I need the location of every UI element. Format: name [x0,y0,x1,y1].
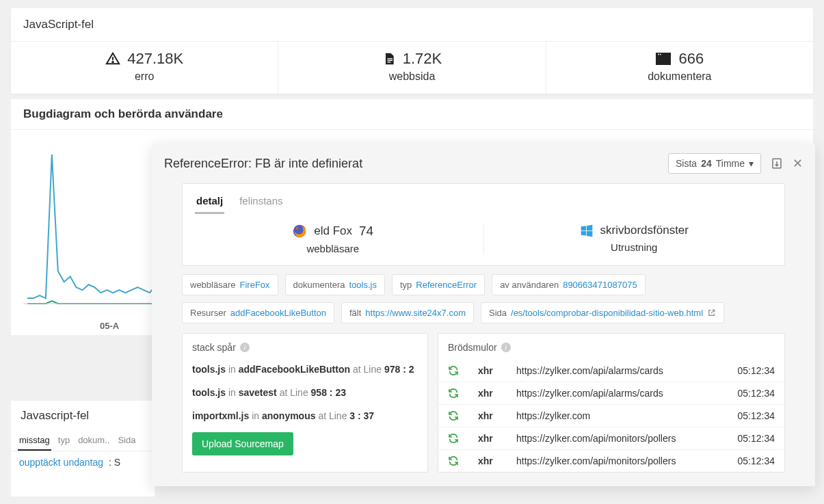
crumb-url: https://zylker.com/api/alarms/cards [516,388,738,399]
stat-label: erro [11,70,278,83]
browser-device-row: eld Fox 74 webbläsare skrivbordsfönster … [183,214,784,265]
error-link[interactable]: oupptäckt undantag [19,457,103,468]
browser-name: eld Fox [314,224,352,238]
tab-detalj[interactable]: detalj [195,191,224,214]
svg-rect-3 [387,60,393,61]
crumb-url: https://zylker.com/api/monitors/pollers [516,433,738,444]
svg-point-7 [659,54,660,55]
stat-document: 666 dokumentera [546,42,813,94]
stat-value: 1.72K [403,50,442,68]
stat-value: 666 [678,50,704,68]
info-icon[interactable]: i [240,343,250,352]
stat-label: dokumentera [546,70,813,83]
line-chart [23,137,160,321]
tab-typ[interactable]: typ [57,431,71,451]
refresh-icon [448,455,459,466]
breadcrumb-row[interactable]: xhrhttps://zylker.com/api/monitors/polle… [438,427,784,449]
svg-rect-2 [387,58,393,59]
crumb-type: xhr [478,455,516,466]
document-icon [382,51,396,66]
close-icon[interactable]: ✕ [793,156,803,171]
info-icon[interactable]: i [501,343,511,352]
external-link-icon [707,308,716,317]
crumb-type: xhr [478,433,516,444]
refresh-icon [448,388,459,399]
crumb-url: https://zylker.com [516,410,738,421]
tab-misstag[interactable]: misstag [18,431,51,451]
time-value: 24 [701,158,712,169]
bottom-left-panel: Javascript-fel misstag typ dokum.. Sida … [11,401,155,496]
breadcrumb-row[interactable]: xhrhttps://zylker.com05:12:34 [438,404,784,427]
crumb-time: 05:12:34 [738,365,775,376]
section-title: Bugdiagram och berörda användare [11,99,813,130]
stack-title: stack spår i [192,342,418,353]
stat-value: 427.18K [127,50,183,68]
firefox-icon [292,224,307,239]
browser-col: eld Fox 74 webbläsare [183,224,484,254]
chip-browser[interactable]: webbläsareFireFox [182,274,278,295]
refresh-icon [448,365,459,376]
pdf-export-icon[interactable] [771,157,783,170]
svg-point-8 [661,54,662,55]
bottom-left-tabs: misstag typ dokum.. Sida [11,431,155,451]
chip-type[interactable]: typReferenceError [392,274,485,295]
time-prefix: Sista [676,158,697,169]
device-label: Utrustning [484,241,785,253]
stack-trace-panel: stack spår i tools.js in addFacebookLike… [182,333,428,473]
breadcrumbs-panel: Brödsmulor i xhrhttps://zylker.com/api/a… [438,333,785,473]
crumb-url: https://zylker.com/api/monitors/pollers [516,455,738,466]
chevron-down-icon: ▾ [749,158,754,169]
modal-header: ReferenceError: FB är inte definierat Si… [152,144,815,183]
tab-sida[interactable]: Sida [116,431,137,451]
time-range-select[interactable]: Sista 24 Timme ▾ [668,153,761,174]
crumbs-title: Brödsmulor i [438,334,784,353]
refresh-icon [448,410,459,421]
lower-panels: stack spår i tools.js in addFacebookLike… [182,333,785,473]
crumb-time: 05:12:34 [738,433,775,444]
tab-felinstans[interactable]: felinstans [238,191,284,214]
breadcrumb-row[interactable]: xhrhttps://zylker.com/api/alarms/cards05… [438,360,784,382]
refresh-icon [448,433,459,444]
svg-rect-4 [387,62,390,62]
page-title: JavaScript-fel [11,8,813,42]
chip-domain[interactable]: fälthttps://www.site24x7.com [341,302,474,323]
browser-version: 74 [359,224,373,239]
breadcrumb-row[interactable]: xhrhttps://zylker.com/api/monitors/polle… [438,449,784,472]
crumb-time: 05:12:34 [738,388,775,399]
crumb-time: 05:12:34 [738,410,775,421]
device-name: skrivbordsfönster [600,224,689,237]
chip-resource[interactable]: ResurseraddFacebookLikeButton [182,302,334,323]
error-val: : S [109,457,120,468]
table-row[interactable]: oupptäckt undantag : S [11,451,155,473]
windows-icon [580,224,594,237]
stat-label: webbsida [278,70,545,83]
modal-tabs: detalj felinstans [183,184,784,214]
modal-title: ReferenceError: FB är inte definierat [164,157,362,171]
crumb-type: xhr [478,365,516,376]
stack-trace-line: tools.js in addFacebookLikeButton at Lin… [192,360,418,383]
chip-page[interactable]: Sida/es/tools/comprobar-disponibilidad-s… [481,302,724,323]
chips-row: webbläsareFireFox dokumenteratools.js ty… [182,274,785,323]
tab-dokum[interactable]: dokum.. [77,431,111,451]
chip-user[interactable]: av användaren890663471087075 [492,274,645,295]
chart-x-label: 05-A [100,321,119,331]
crumb-type: xhr [478,410,516,421]
detail-card: detalj felinstans eld Fox 74 webbläsare [182,183,785,266]
chip-document[interactable]: dokumenteratools.js [285,274,385,295]
stats-row: 427.18K erro 1.72K webbsida 666 dokument… [11,42,813,94]
upload-sourcemap-button[interactable]: Upload Sourcemap [192,432,293,455]
bottom-left-title: Javascript-fel [11,401,155,431]
window-icon [655,52,672,66]
stat-errors: 427.18K erro [11,42,278,94]
svg-point-1 [112,62,113,62]
stat-webpage: 1.72K webbsida [278,42,546,94]
browser-label: webbläsare [183,243,483,254]
crumb-type: xhr [478,388,516,399]
breadcrumb-row[interactable]: xhrhttps://zylker.com/api/alarms/cards05… [438,382,784,404]
alert-triangle-icon [105,51,120,66]
stack-trace-line: tools.js in savetest at Line 958 : 23 [192,383,418,406]
top-card: JavaScript-fel 427.18K erro 1.72K webbsi… [11,8,813,94]
time-unit: Timme [716,158,745,169]
crumb-time: 05:12:34 [738,455,775,466]
svg-rect-9 [656,56,671,65]
